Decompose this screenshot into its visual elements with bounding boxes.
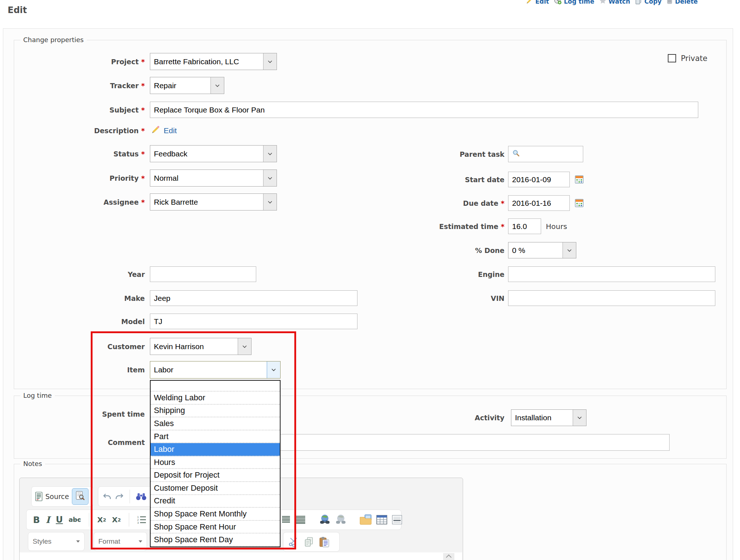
dropdown-option-blank[interactable]	[151, 381, 280, 392]
description-label: Description*	[0, 123, 145, 139]
watch-action-link[interactable]: Watch	[599, 0, 630, 6]
edit-action-link[interactable]: Edit	[526, 0, 549, 6]
chevron-down-icon	[573, 410, 586, 426]
vin-input[interactable]	[508, 290, 715, 306]
tracker-select[interactable]: Repair	[150, 77, 224, 94]
make-input[interactable]: Jeep	[150, 290, 357, 306]
chevron-down-icon	[139, 540, 142, 543]
source-icon[interactable]	[35, 492, 42, 501]
customer-label: Customer	[0, 338, 145, 355]
dropdown-option[interactable]: Credit	[151, 495, 280, 508]
edit-action-label: Edit	[535, 0, 549, 5]
svg-text:3: 3	[137, 521, 139, 524]
make-label: Make	[0, 290, 145, 306]
item-select[interactable]: Labor	[150, 361, 281, 379]
year-input[interactable]	[150, 266, 256, 282]
parent-task-input[interactable]	[508, 146, 583, 162]
source-button[interactable]: Source	[45, 492, 69, 500]
parent-task-label: Parent task	[345, 146, 504, 162]
chevron-down-icon	[263, 170, 277, 186]
tracker-label: Tracker*	[0, 77, 145, 94]
log-time-action-link[interactable]: Log time	[554, 0, 594, 6]
clock-plus-icon	[554, 0, 562, 6]
strikethrough-icon[interactable]: abc	[69, 516, 81, 523]
preview-icon	[76, 491, 85, 502]
paste-icon[interactable]	[319, 536, 330, 547]
activity-select[interactable]: Installation	[511, 409, 586, 426]
cut-icon[interactable]	[289, 537, 299, 547]
customer-select[interactable]: Kevin Harrison	[150, 338, 252, 355]
watch-action-label: Watch	[609, 0, 630, 5]
description-edit-link[interactable]: Edit	[164, 126, 177, 135]
start-date-label: Start date	[345, 172, 504, 187]
dropdown-option[interactable]: Shop Space Rent Monthly	[151, 508, 280, 521]
dropdown-option[interactable]: Part	[151, 430, 280, 443]
preview-button[interactable]	[72, 488, 89, 505]
superscript-icon[interactable]: X2	[112, 515, 120, 524]
editor-scrollbar[interactable]	[443, 553, 454, 560]
start-date-input[interactable]: 2016-01-09	[508, 172, 570, 187]
context-toolbar: Edit Log time Watch Copy Delete	[526, 0, 698, 7]
dropdown-option[interactable]: Shop Space Rent Hour	[151, 521, 280, 534]
scroll-up-icon	[446, 555, 452, 560]
model-label: Model	[0, 314, 145, 329]
dropdown-option[interactable]: Welding Labor	[151, 392, 280, 405]
status-select[interactable]: Feedback	[150, 145, 277, 162]
styles-combo[interactable]: Styles	[28, 532, 85, 551]
dropdown-option[interactable]: Shipping	[151, 405, 280, 418]
bold-icon[interactable]: B	[33, 515, 40, 525]
activity-label: Activity	[399, 409, 504, 426]
numbered-list-icon[interactable]: 123	[137, 515, 147, 524]
page-title: Edit	[8, 5, 27, 15]
notes-legend: Notes	[20, 460, 45, 467]
engine-input[interactable]	[508, 266, 715, 282]
pencil-icon	[526, 0, 533, 6]
format-combo-label: Format	[98, 537, 120, 545]
model-input[interactable]: TJ	[150, 314, 357, 329]
delete-action-link[interactable]: Delete	[666, 0, 698, 6]
percent-done-select[interactable]: 0 %	[508, 242, 576, 258]
table-icon[interactable]	[376, 515, 387, 524]
assignee-select[interactable]: Rick Barrette	[150, 193, 277, 210]
link-icon[interactable]	[319, 514, 331, 525]
project-select[interactable]: Barrette Fabrication, LLC	[150, 53, 277, 70]
copy-action-link[interactable]: Copy	[635, 0, 661, 6]
format-combo[interactable]: Format	[94, 532, 147, 551]
page-break-icon[interactable]	[392, 515, 402, 524]
subject-label: Subject*	[0, 102, 145, 118]
unlink-icon[interactable]	[335, 514, 347, 525]
pencil-icon	[151, 125, 160, 136]
priority-select[interactable]: Normal	[150, 169, 277, 187]
calendar-icon[interactable]	[575, 198, 584, 208]
find-icon[interactable]	[136, 492, 147, 500]
editor-content-area[interactable]	[20, 552, 462, 560]
styles-combo-label: Styles	[33, 537, 52, 545]
delete-action-label: Delete	[675, 0, 698, 5]
dropdown-option[interactable]: Deposit for Project	[151, 469, 280, 482]
editor-group-clipboard	[283, 532, 340, 552]
search-icon	[512, 149, 520, 159]
chevron-down-icon	[210, 77, 224, 94]
dropdown-option[interactable]: Shop Space Rent Day	[151, 534, 280, 547]
item-label: Item	[0, 361, 145, 379]
image-icon[interactable]	[360, 514, 372, 525]
dropdown-option[interactable]: Hours	[151, 456, 280, 469]
subscript-icon[interactable]: X2	[97, 515, 106, 524]
due-date-input[interactable]: 2016-01-16	[508, 195, 570, 211]
subject-input[interactable]: Replace Torque Box & Floor Pan	[150, 102, 698, 118]
estimated-time-input[interactable]: 16.0	[508, 218, 541, 234]
dropdown-option[interactable]: Sales	[151, 417, 280, 430]
justify-lines-icon[interactable]	[295, 515, 306, 524]
calendar-icon[interactable]	[575, 175, 584, 184]
dropdown-option[interactable]: Customer Deposit	[151, 482, 280, 495]
italic-icon[interactable]: I	[46, 515, 50, 525]
dropdown-option[interactable]: Labor	[151, 443, 280, 456]
description-edit-row: Edit	[151, 123, 177, 139]
align-lines-icon[interactable]	[281, 515, 291, 524]
redo-icon[interactable]	[115, 493, 124, 500]
copy-icon[interactable]	[304, 537, 314, 547]
editor-group-format-left: B I U abc X2 X2 123	[26, 510, 152, 530]
undo-icon[interactable]	[103, 493, 111, 500]
underline-icon[interactable]: U	[56, 515, 63, 525]
private-checkbox[interactable]	[668, 54, 676, 62]
